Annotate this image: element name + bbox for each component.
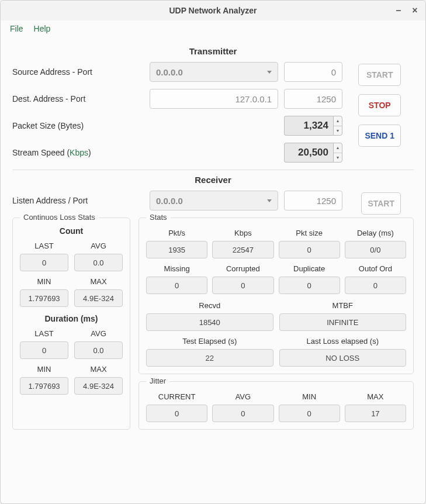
jitter-current: 0 <box>146 405 207 422</box>
titlebar: UDP Network Analyzer – × <box>1 1 425 20</box>
stats-mtbf-label: MTBF <box>279 301 407 310</box>
stats-pkts: 1935 <box>146 241 207 258</box>
rx-start-button[interactable]: START <box>361 192 401 215</box>
source-port-input[interactable] <box>284 62 342 82</box>
listen-row: Listen Address / Port 0.0.0.0 <box>12 191 414 210</box>
loss-count-min: 1.797693 <box>20 289 68 307</box>
receiver-section: Receiver START STOP CSV Listen Address /… <box>12 175 414 430</box>
listen-label: Listen Address / Port <box>12 196 144 205</box>
source-address-value: 0.0.0.0 <box>156 67 183 77</box>
stats-column: Stats Pkt/s Kbps Pkt size Delay (ms) 193… <box>138 218 414 430</box>
menu-help[interactable]: Help <box>30 22 54 36</box>
menu-file[interactable]: File <box>6 22 27 36</box>
window-controls: – × <box>394 1 420 20</box>
close-icon[interactable]: × <box>410 6 420 15</box>
listen-port-input[interactable] <box>284 191 342 210</box>
stream-speed-up-icon[interactable]: ▲ <box>334 143 342 153</box>
stats-elapsed: 22 <box>146 349 273 367</box>
listen-address-value: 0.0.0.0 <box>156 196 183 206</box>
jitter-avg-label: AVG <box>212 392 273 401</box>
stream-speed-row: Stream Speed (Kbps) ▲ ▼ <box>12 143 414 163</box>
stats-outoford: 0 <box>345 277 406 294</box>
loss-dur-max-label: MAX <box>74 365 123 374</box>
loss-count-max: 4.9E-324 <box>74 289 123 307</box>
stats-corrupted-label: Corrupted <box>212 264 273 273</box>
loss-dur-last-label: LAST <box>20 329 68 338</box>
stats-pktsize: 0 <box>279 241 340 258</box>
transmitter-title: Transmitter <box>12 46 414 56</box>
stats-mtbf: INFINITE <box>279 313 407 331</box>
stream-speed-spinner[interactable]: ▲ ▼ <box>284 143 342 163</box>
stats-delay-label: Delay (ms) <box>345 229 406 237</box>
divider <box>12 170 414 170</box>
loss-stats-group: Continuos Loss Stats Count LAST AVG 0 0.… <box>12 218 130 430</box>
stats-lastloss-label: Last Loss elapsed (s) <box>279 337 407 346</box>
loss-dur-min: 1.797693 <box>20 377 68 395</box>
source-address-combo[interactable]: 0.0.0.0 <box>150 62 278 82</box>
loss-count-avg: 0.0 <box>74 254 123 271</box>
jitter-max: 17 <box>345 405 406 422</box>
jitter-current-label: CURRENT <box>146 392 207 401</box>
stats-corrupted: 0 <box>212 277 273 294</box>
packet-size-label: Packet Size (Bytes) <box>12 121 144 130</box>
stats-pkts-label: Pkt/s <box>146 229 207 237</box>
packet-size-down-icon[interactable]: ▼ <box>334 126 342 136</box>
stats-recvd: 18540 <box>146 313 273 331</box>
dest-label: Dest. Address - Port <box>12 94 144 103</box>
packet-size-input[interactable] <box>284 116 333 136</box>
transmitter-buttons: START STOP SEND 1 <box>358 64 401 147</box>
loss-stats-title: Continuos Loss Stats <box>20 213 99 222</box>
content-area: Transmitter START STOP SEND 1 Source Add… <box>1 37 425 438</box>
stats-delay: 0/0 <box>345 241 406 258</box>
source-label: Source Address - Port <box>12 67 144 77</box>
dest-address-input[interactable] <box>150 89 278 109</box>
tx-start-button[interactable]: START <box>358 64 401 86</box>
packet-size-up-icon[interactable]: ▲ <box>334 116 342 126</box>
tx-stop-button[interactable]: STOP <box>358 94 401 116</box>
jitter-min-label: MIN <box>279 392 340 401</box>
jitter-avg: 0 <box>212 405 273 422</box>
loss-dur-min-label: MIN <box>20 365 68 374</box>
jitter-max-label: MAX <box>345 392 406 401</box>
dest-port-input[interactable] <box>284 89 342 109</box>
receiver-title: Receiver <box>12 175 414 185</box>
bottom-panels: Continuos Loss Stats Count LAST AVG 0 0.… <box>12 218 414 430</box>
stats-title: Stats <box>146 213 171 222</box>
dest-row: Dest. Address - Port <box>12 89 414 109</box>
tx-send1-button[interactable]: SEND 1 <box>358 125 401 147</box>
stats-pktsize-label: Pkt size <box>279 229 340 237</box>
stats-elapsed-label: Test Elapsed (s) <box>146 337 273 346</box>
loss-dur-last: 0 <box>20 341 68 359</box>
stream-speed-label: Stream Speed (Kbps) <box>12 148 144 157</box>
loss-count-avg-label: AVG <box>74 241 123 250</box>
stats-outoford-label: Outof Ord <box>345 264 406 273</box>
transmitter-section: Transmitter START STOP SEND 1 Source Add… <box>12 46 414 163</box>
listen-address-combo[interactable]: 0.0.0.0 <box>150 191 278 210</box>
stats-recvd-label: Recvd <box>146 301 273 310</box>
loss-count-max-label: MAX <box>74 277 123 286</box>
menubar: File Help <box>1 20 425 37</box>
jitter-title: Jitter <box>146 377 169 385</box>
loss-count-head: Count <box>20 226 123 236</box>
stream-speed-down-icon[interactable]: ▼ <box>334 153 342 163</box>
stats-duplicate-label: Duplicate <box>279 264 340 273</box>
stream-speed-input[interactable] <box>284 143 333 163</box>
loss-dur-max: 4.9E-324 <box>74 377 123 395</box>
source-row: Source Address - Port 0.0.0.0 <box>12 62 414 82</box>
loss-dur-avg-label: AVG <box>74 329 123 338</box>
stats-duplicate: 0 <box>279 277 340 294</box>
loss-dur-avg: 0.0 <box>74 341 123 359</box>
packet-size-spinner[interactable]: ▲ ▼ <box>284 116 342 136</box>
stats-group: Stats Pkt/s Kbps Pkt size Delay (ms) 193… <box>138 218 414 374</box>
stats-lastloss: NO LOSS <box>279 349 407 367</box>
minimize-icon[interactable]: – <box>394 6 403 15</box>
loss-count-last: 0 <box>20 254 68 271</box>
loss-count-min-label: MIN <box>20 277 68 286</box>
window-title: UDP Network Analyzer <box>169 6 257 15</box>
jitter-min: 0 <box>279 405 340 422</box>
loss-count-last-label: LAST <box>20 241 68 250</box>
jitter-group: Jitter CURRENT AVG MIN MAX 0 0 0 17 <box>138 381 414 430</box>
app-window: UDP Network Analyzer – × File Help Trans… <box>0 0 426 504</box>
stats-kbps-label: Kbps <box>212 229 273 237</box>
packet-size-row: Packet Size (Bytes) ▲ ▼ <box>12 116 414 136</box>
